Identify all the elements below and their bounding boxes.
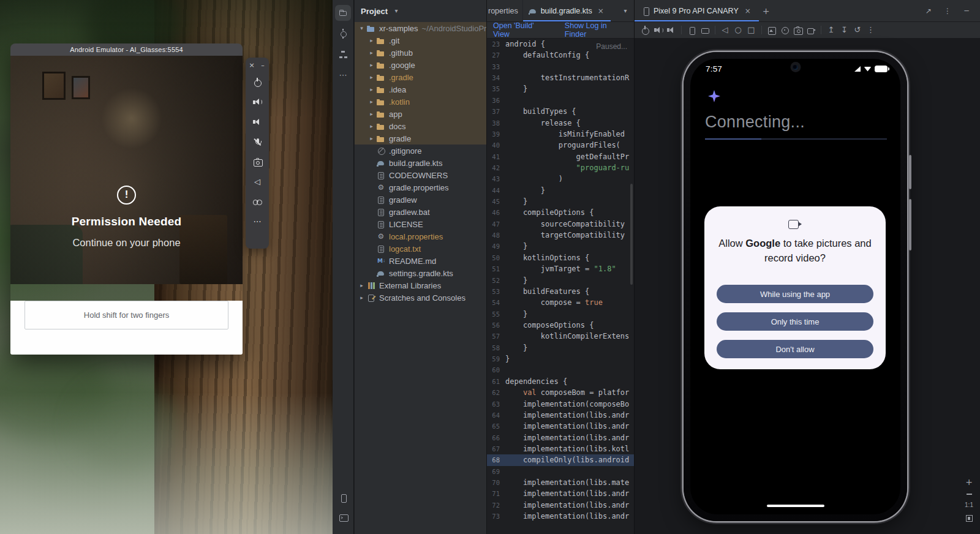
code-editor[interactable]: 23android {27 defaultConfig {3334 testIn… [487, 39, 634, 534]
emulator-screen[interactable]: Permission Needed Continue on your phone [10, 56, 243, 284]
tree-item-git[interactable]: ▸.git [355, 34, 486, 47]
project-panel-header[interactable]: Project [355, 0, 486, 22]
fold-portrait-icon[interactable] [687, 25, 696, 35]
tree-item-logcat-txt[interactable]: logcat.txt [355, 243, 486, 255]
zoom-in-icon[interactable] [964, 477, 974, 487]
chevron-right-icon[interactable]: ▸ [367, 135, 376, 141]
overview-icon[interactable] [747, 25, 756, 35]
screenshot-icon[interactable] [767, 25, 777, 35]
mic-off-icon[interactable] [252, 137, 262, 147]
chevron-down-icon[interactable]: ▾ [357, 25, 366, 31]
hidden-tabs-icon[interactable] [620, 6, 630, 16]
record-icon[interactable] [780, 25, 790, 35]
tree-item-readme-md[interactable]: README.md [355, 255, 486, 267]
more-h-icon[interactable] [252, 217, 262, 227]
home-icon[interactable] [733, 25, 743, 35]
tab-pixel-9-pro[interactable]: Pixel 9 Pro API CANARY [635, 0, 759, 21]
camera-icon[interactable] [252, 157, 262, 167]
close-tab-icon[interactable] [743, 6, 753, 16]
volume-up-icon[interactable] [654, 25, 663, 35]
tree-item-local-properties[interactable]: local.properties [355, 230, 486, 243]
chevron-right-icon[interactable]: ▸ [367, 62, 376, 68]
back-icon[interactable] [252, 177, 262, 187]
chevron-right-icon[interactable]: ▸ [367, 123, 376, 129]
download-icon[interactable] [840, 25, 850, 35]
close-tab-icon[interactable] [596, 6, 606, 16]
show-log-in-finder-link[interactable]: Show Log in Finder [565, 21, 628, 39]
tab-build-gradle-kts[interactable]: build.gradle.kts [523, 0, 611, 21]
tree-item-gradle-properties[interactable]: gradle.properties [355, 181, 486, 194]
perm-button-don-t-allow[interactable]: Don't allow [717, 340, 873, 358]
tree-item-google[interactable]: ▸.google [355, 59, 486, 71]
minimize-icon[interactable] [260, 62, 266, 69]
permission-needed-subtitle: Continue on your phone [10, 237, 243, 249]
tree-item-kotlin[interactable]: ▸.kotlin [355, 96, 486, 108]
chevron-right-icon[interactable]: ▸ [367, 111, 376, 117]
perm-button-while-using-the-app[interactable]: While using the app [717, 285, 873, 303]
volume-button [909, 199, 911, 250]
more-v-icon[interactable] [866, 25, 876, 35]
volume-down-icon[interactable] [666, 25, 676, 35]
volume-up-icon[interactable] [252, 97, 262, 107]
line-number: 36 [487, 95, 505, 106]
fit-screen-icon[interactable] [966, 515, 973, 522]
volume-down-icon[interactable] [252, 117, 262, 127]
running-devices-panel: Pixel 9 Pro API CANARY 7:57 [634, 0, 980, 534]
glasses-icon[interactable] [252, 197, 262, 206]
close-icon[interactable] [249, 62, 255, 69]
progress-line [705, 138, 887, 140]
open-in-window-icon[interactable] [924, 6, 933, 16]
tree-item-license[interactable]: LICENSE [355, 218, 486, 230]
editor-scrollbar[interactable] [630, 184, 633, 285]
camera-icon[interactable] [793, 25, 803, 35]
chevron-right-icon[interactable]: ▸ [357, 282, 366, 288]
hide-panel-icon[interactable] [962, 6, 971, 16]
tree-item-build-gradle-kts[interactable]: build.gradle.kts [355, 157, 486, 169]
stripe-structure-button[interactable] [335, 47, 351, 62]
zoom-out-icon[interactable] [967, 494, 972, 495]
tree-item-settings-gradle-kts[interactable]: settings.gradle.kts [355, 267, 486, 279]
tree-item-codeowners[interactable]: CODEOWNERS [355, 169, 486, 181]
stripe-more-h-button[interactable] [335, 67, 351, 83]
chevron-right-icon[interactable]: ▸ [367, 50, 376, 56]
tree-item-idea[interactable]: ▸.idea [355, 83, 486, 96]
more-options-icon[interactable] [943, 6, 952, 16]
tree-item-gitignore[interactable]: .gitignore [355, 145, 486, 157]
tree-item-gradle[interactable]: ▸gradle [355, 132, 486, 145]
stripe-terminal-button[interactable] [335, 510, 351, 525]
device-screen[interactable]: 7:57 Connecting... [690, 59, 900, 514]
stripe-project-folder-button[interactable] [335, 5, 351, 21]
new-device-tab-icon[interactable] [761, 6, 771, 16]
back-icon[interactable] [720, 25, 730, 35]
chevron-right-icon[interactable]: ▸ [367, 99, 376, 105]
chevron-down-icon[interactable] [391, 6, 401, 16]
tree-item-external-libraries[interactable]: ▸External Libraries [355, 279, 486, 291]
chevron-right-icon[interactable]: ▸ [367, 86, 376, 92]
upload-icon[interactable] [826, 25, 836, 35]
chevron-right-icon[interactable]: ▸ [367, 74, 376, 80]
restart-icon[interactable] [853, 25, 862, 35]
tree-item-gradlew-bat[interactable]: gradlew.bat [355, 206, 486, 218]
tree-item-scratches-and-consoles[interactable]: ▸Scratches and Consoles [355, 291, 486, 304]
video-icon[interactable] [806, 25, 816, 35]
emulator-window-title[interactable]: Android Emulator - AI_Glasses:5554 [10, 43, 243, 56]
code-line-36: 36 [487, 95, 634, 106]
power-icon[interactable] [252, 77, 262, 87]
fold-landscape-icon[interactable] [700, 25, 710, 35]
tree-item-app[interactable]: ▸app [355, 108, 486, 120]
chevron-right-icon[interactable]: ▸ [367, 37, 376, 43]
zoom-level[interactable]: 1:1 [965, 502, 973, 508]
tree-item-gradlew[interactable]: gradlew [355, 194, 486, 206]
tree-item-gradle[interactable]: ▸.gradle [355, 71, 486, 83]
tree-item-docs[interactable]: ▸docs [355, 120, 486, 132]
stripe-logcat-button[interactable] [335, 490, 351, 506]
tree-item-github[interactable]: ▸.github [355, 47, 486, 59]
tree-item-xr-samples[interactable]: ▾xr-samples ~/AndroidStudioProj [355, 22, 486, 34]
perm-button-only-this-time[interactable]: Only this time [717, 312, 873, 331]
power-icon[interactable] [640, 25, 650, 35]
home-indicator[interactable] [767, 505, 824, 508]
tab-gradle-properties[interactable]: roperties [487, 0, 523, 21]
open-build-view-link[interactable]: Open 'Build' View [493, 21, 550, 39]
stripe-commit-button[interactable] [335, 26, 351, 42]
chevron-right-icon[interactable]: ▸ [357, 295, 366, 301]
